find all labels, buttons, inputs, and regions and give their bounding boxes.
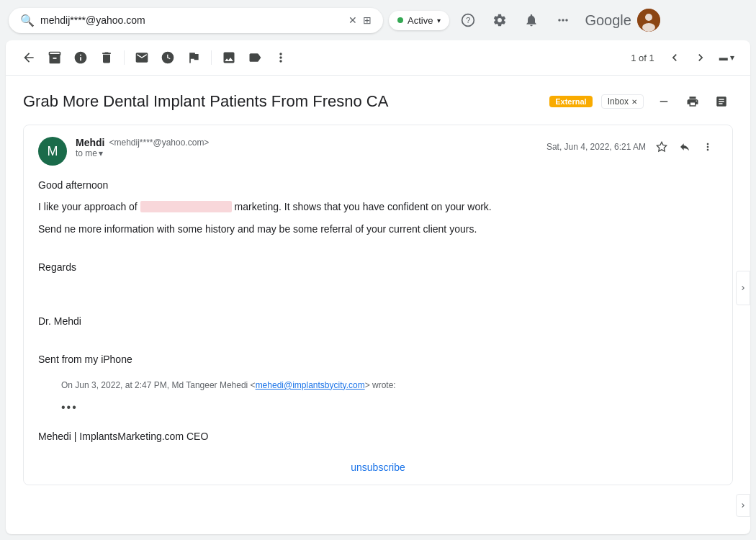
body-regards: Regards [38, 259, 718, 275]
email-content: Grab More Dental Implant Patients From F… [6, 76, 750, 529]
quoted-section: On Jun 3, 2022, at 2:47 PM, Md Tangeer M… [38, 379, 718, 417]
toolbar-divider-2 [211, 50, 212, 65]
email-message: M Mehdi <mehdij****@yahoo.com> to me ▾ S… [23, 125, 733, 485]
external-tag: External [549, 96, 592, 107]
sender-name: Mehdi [76, 137, 104, 148]
message-date: Sat, Jun 4, 2022, 6:21 AM [546, 142, 646, 152]
gmail-container: 1 of 1 ▬ ▾ Grab More Dental Implant Pati… [6, 40, 750, 534]
address-text: mehdij****@yahoo.com [40, 14, 343, 26]
svg-text:?: ? [466, 15, 471, 24]
filter-icon[interactable]: ⊞ [363, 14, 372, 26]
quoted-content-dots[interactable]: ••• [61, 398, 718, 417]
bottom-panel-collapse-button[interactable] [736, 494, 750, 517]
sender-email: <mehdij****@yahoo.com> [109, 138, 209, 148]
quoted-header: On Jun 3, 2022, at 2:47 PM, Md Tangeer M… [50, 379, 718, 392]
message-meta: Sat, Jun 4, 2022, 6:21 AM [546, 137, 718, 157]
body-dr: Dr. Mehdi [38, 313, 718, 329]
back-button[interactable] [17, 46, 40, 69]
chevron-down-icon: ▾ [99, 148, 103, 158]
to-me-dropdown[interactable]: to me ▾ [76, 148, 538, 158]
address-bar[interactable]: 🔍 mehdij****@yahoo.com ✕ ⊞ [9, 8, 383, 33]
quoted-email-link[interactable]: mehedi@implantsbycity.com [256, 380, 365, 390]
help-button[interactable]: ? [455, 7, 481, 33]
pagination-text: 1 of 1 [631, 53, 654, 63]
status-chevron-icon: ▾ [437, 17, 441, 24]
info-button[interactable] [69, 46, 92, 69]
svg-point-4 [642, 23, 655, 32]
gmail-wrapper: 1 of 1 ▬ ▾ Grab More Dental Implant Pati… [0, 40, 756, 534]
subject-actions [652, 90, 733, 113]
email-subject: Grab More Dental Implant Patients From F… [23, 92, 541, 111]
body-iphone: Sent from my iPhone [38, 351, 718, 367]
remove-inbox-tag-icon[interactable]: ✕ [631, 98, 637, 106]
search-icon: 🔍 [20, 14, 35, 27]
archive-button[interactable] [43, 46, 66, 69]
email-toolbar: 1 of 1 ▬ ▾ [6, 40, 750, 76]
status-dot [397, 17, 403, 23]
apps-button[interactable] [550, 7, 576, 33]
redacted-content: ████████████ [140, 201, 232, 212]
body-line-2: I like your approach of ████████████ mar… [38, 199, 718, 215]
body-line-1: Good afternoon [38, 177, 718, 193]
label-button[interactable] [243, 46, 266, 69]
reply-button[interactable] [675, 137, 695, 157]
sender-info: Mehdi <mehdij****@yahoo.com> to me ▾ [76, 137, 538, 158]
view-toggle-button[interactable]: ▬ ▾ [715, 46, 739, 69]
expand-email-button[interactable] [710, 90, 733, 113]
star-button[interactable] [652, 137, 672, 157]
toolbar-divider-1 [124, 50, 125, 65]
message-actions [652, 137, 718, 157]
right-panel-collapse-button[interactable] [736, 271, 750, 305]
prev-page-button[interactable] [663, 46, 686, 69]
status-label: Active [408, 15, 433, 26]
settings-button[interactable] [487, 7, 513, 33]
more-toolbar-button[interactable] [269, 46, 292, 69]
inbox-tag[interactable]: Inbox ✕ [601, 94, 644, 109]
google-logo-text: Google [585, 12, 631, 29]
minimize-email-button[interactable] [652, 90, 675, 113]
unsubscribe-link[interactable]: unsubscribe [38, 462, 718, 473]
user-avatar[interactable] [637, 9, 660, 32]
sender-avatar: M [38, 137, 67, 166]
email-button[interactable] [130, 46, 153, 69]
subject-row: Grab More Dental Implant Patients From F… [23, 90, 733, 113]
svg-point-3 [645, 14, 652, 21]
message-header: M Mehdi <mehdij****@yahoo.com> to me ▾ S… [38, 137, 718, 166]
more-message-button[interactable] [698, 137, 718, 157]
active-status-badge[interactable]: Active ▾ [389, 11, 449, 30]
expand-quoted-button[interactable]: ••• [61, 401, 78, 413]
body-line-3: Send ne more information with some histo… [38, 221, 718, 237]
task-button[interactable] [182, 46, 205, 69]
print-email-button[interactable] [681, 90, 704, 113]
message-body: Good afternoon I like your approach of █… [38, 177, 718, 444]
close-address-icon[interactable]: ✕ [348, 14, 357, 26]
chrome-bar: 🔍 mehdij****@yahoo.com ✕ ⊞ Active ▾ ? Go… [0, 0, 756, 40]
email-signature: Mehedi | ImplantsMarketing.com CEO [38, 428, 718, 444]
snooze-button[interactable] [156, 46, 179, 69]
notifications-button[interactable] [518, 7, 544, 33]
image-button[interactable] [217, 46, 240, 69]
delete-button[interactable] [95, 46, 118, 69]
next-page-button[interactable] [689, 46, 712, 69]
